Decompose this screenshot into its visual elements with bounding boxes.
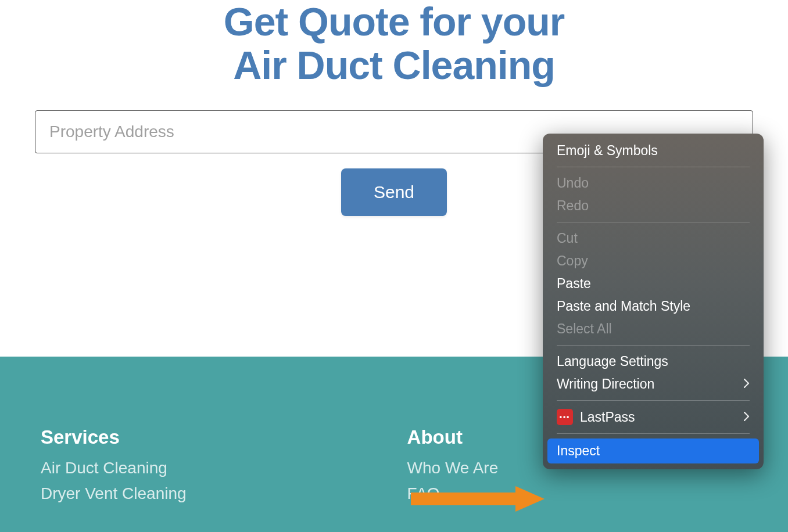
chevron-right-icon bbox=[744, 411, 750, 424]
ctx-emoji-label: Emoji & Symbols bbox=[557, 143, 658, 159]
ctx-redo[interactable]: Redo bbox=[543, 195, 764, 217]
footer-link-air-duct[interactable]: Air Duct Cleaning bbox=[41, 459, 187, 477]
ctx-separator bbox=[557, 433, 750, 434]
footer-services-heading: Services bbox=[41, 426, 187, 448]
ctx-inspect[interactable]: Inspect bbox=[547, 438, 759, 463]
ctx-copy[interactable]: Copy bbox=[543, 250, 764, 272]
ctx-language-label: Language Settings bbox=[557, 354, 668, 369]
ctx-undo[interactable]: Undo bbox=[543, 172, 764, 195]
ctx-separator bbox=[557, 345, 750, 346]
ctx-paste-match-label: Paste and Match Style bbox=[557, 299, 690, 314]
ctx-redo-label: Redo bbox=[557, 198, 589, 214]
ctx-lastpass-label: LastPass bbox=[580, 409, 635, 425]
hero-title-line1: Get Quote for your bbox=[224, 0, 564, 44]
ctx-separator bbox=[557, 400, 750, 401]
ctx-writing-dir-label: Writing Direction bbox=[557, 376, 654, 392]
hero-title-line2: Air Duct Cleaning bbox=[233, 43, 555, 87]
ctx-undo-label: Undo bbox=[557, 175, 589, 191]
ctx-emoji-symbols[interactable]: Emoji & Symbols bbox=[543, 139, 764, 162]
send-button[interactable]: Send bbox=[341, 168, 447, 216]
ctx-separator bbox=[557, 167, 750, 167]
ctx-select-all-label: Select All bbox=[557, 321, 612, 337]
footer-about-heading: About bbox=[407, 426, 499, 448]
footer-services-column: Services Air Duct Cleaning Dryer Vent Cl… bbox=[41, 426, 187, 532]
ctx-inspect-label: Inspect bbox=[557, 443, 600, 459]
ctx-language-settings[interactable]: Language Settings bbox=[543, 350, 764, 373]
ctx-separator bbox=[557, 222, 750, 222]
hero-heading: Get Quote for your Air Duct Cleaning bbox=[0, 0, 788, 87]
footer-about-column: About Who We Are FAQ bbox=[407, 426, 499, 532]
ctx-paste-match[interactable]: Paste and Match Style bbox=[543, 295, 764, 318]
lastpass-icon: ••• bbox=[557, 409, 573, 425]
ctx-paste-label: Paste bbox=[557, 276, 591, 292]
chevron-right-icon bbox=[744, 378, 750, 391]
ctx-cut[interactable]: Cut bbox=[543, 227, 764, 250]
footer-link-dryer-vent[interactable]: Dryer Vent Cleaning bbox=[41, 484, 187, 503]
ctx-paste[interactable]: Paste bbox=[543, 272, 764, 295]
ctx-lastpass[interactable]: ••• LastPass bbox=[543, 405, 764, 429]
context-menu: Emoji & Symbols Undo Redo Cut Copy Paste… bbox=[543, 134, 764, 469]
footer-link-faq[interactable]: FAQ bbox=[407, 484, 499, 503]
ctx-select-all[interactable]: Select All bbox=[543, 318, 764, 340]
ctx-copy-label: Copy bbox=[557, 253, 588, 269]
ctx-cut-label: Cut bbox=[557, 231, 578, 246]
ctx-writing-direction[interactable]: Writing Direction bbox=[543, 373, 764, 396]
footer-link-who-we-are[interactable]: Who We Are bbox=[407, 459, 499, 477]
